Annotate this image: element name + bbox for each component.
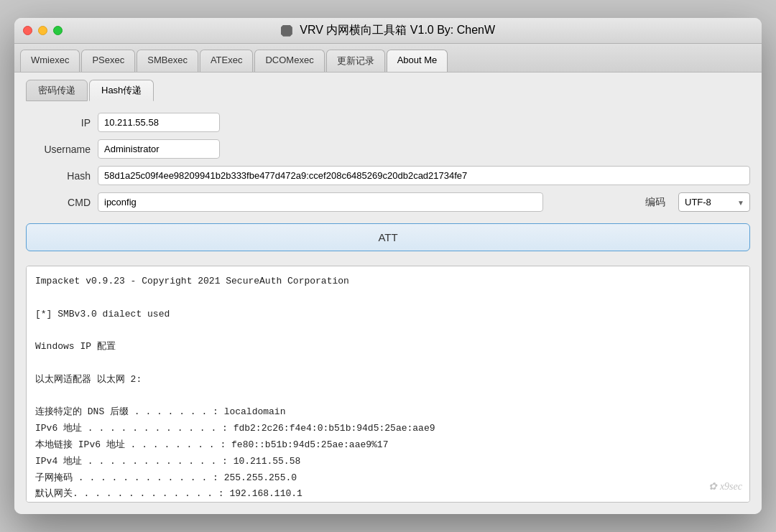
title-text: VRV 内网横向工具箱 V1.0 By: ChenW (300, 24, 495, 36)
sub-tab-bar: 密码传递 Hash传递 (26, 80, 750, 101)
hash-row: Hash (26, 166, 750, 185)
encoding-select[interactable]: UTF-8 GBK GB2312 (678, 192, 750, 212)
username-label: Username (26, 144, 91, 155)
tab-changelog[interactable]: 更新记录 (326, 50, 385, 72)
minimize-button[interactable] (38, 26, 47, 35)
ip-input[interactable] (98, 113, 220, 132)
ip-label: IP (26, 117, 91, 129)
cmd-input[interactable] (98, 192, 543, 212)
output-line: IPv4 地址 . . . . . . . . . . . . : 10.211… (35, 454, 741, 470)
tab-about-me[interactable]: About Me (387, 50, 448, 72)
main-tab-bar: Wmiexec PSexec SMBexec ATExec DCOMexec 更… (14, 44, 762, 73)
cmd-label: CMD (26, 197, 91, 208)
output-line (35, 290, 741, 307)
content-area: 密码传递 Hash传递 IP Username Hash CMD (14, 73, 762, 514)
cmd-row: CMD 编码 UTF-8 GBK GB2312 (26, 192, 750, 212)
username-input[interactable] (98, 139, 220, 159)
output-line: Windows IP 配置 (35, 339, 741, 355)
tab-smbexec[interactable]: SMBexec (137, 50, 198, 72)
output-line: 以太网适配器 以太网 2: (35, 372, 741, 388)
traffic-lights (23, 26, 63, 35)
att-button[interactable]: ATT (26, 223, 750, 251)
username-row: Username (26, 139, 750, 159)
output-line: Impacket v0.9.23 - Copyright 2021 Secure… (35, 274, 741, 290)
hash-input[interactable] (98, 166, 750, 185)
encoding-wrapper: UTF-8 GBK GB2312 (678, 192, 750, 212)
tab-dcomexec[interactable]: DCOMexec (254, 50, 324, 72)
output-line: 连接特定的 DNS 后缀 . . . . . . . : localdomain (35, 404, 741, 421)
output-line: IPv6 地址 . . . . . . . . . . . . : fdb2:2… (35, 421, 741, 437)
window-title: VRV 内网横向工具箱 V1.0 By: ChenW (281, 23, 495, 38)
hash-label: Hash (26, 170, 91, 182)
output-line: 本地链接 IPv6 地址 . . . . . . . . : fe80::b51… (35, 437, 741, 454)
output-area[interactable]: Impacket v0.9.23 - Copyright 2021 Secure… (26, 266, 750, 503)
output-line (35, 355, 741, 372)
watermark: ✿ x9sec (708, 479, 742, 495)
main-window: VRV 内网横向工具箱 V1.0 By: ChenW Wmiexec PSexe… (14, 18, 762, 514)
titlebar: VRV 内网横向工具箱 V1.0 By: ChenW (14, 18, 762, 44)
close-button[interactable] (23, 26, 32, 35)
output-line: [*] SMBv3.0 dialect used (35, 307, 741, 323)
output-line: 默认网关. . . . . . . . . . . . . : 192.168.… (35, 486, 741, 503)
output-line (35, 388, 741, 405)
tab-hash[interactable]: Hash传递 (89, 80, 154, 101)
maximize-button[interactable] (53, 26, 63, 35)
app-icon (281, 25, 292, 37)
tab-psexec[interactable]: PSexec (81, 50, 135, 72)
tab-wmiexec[interactable]: Wmiexec (20, 50, 80, 72)
tab-atexec[interactable]: ATExec (200, 50, 254, 72)
tab-password[interactable]: 密码传递 (26, 80, 88, 101)
form-area: IP Username Hash CMD 编码 UTF-8 (26, 113, 750, 503)
output-line (35, 322, 741, 339)
output-line: 子网掩码 . . . . . . . . . . . . : 255.255.2… (35, 470, 741, 487)
encoding-label: 编码 (645, 196, 665, 209)
ip-row: IP (26, 113, 750, 132)
